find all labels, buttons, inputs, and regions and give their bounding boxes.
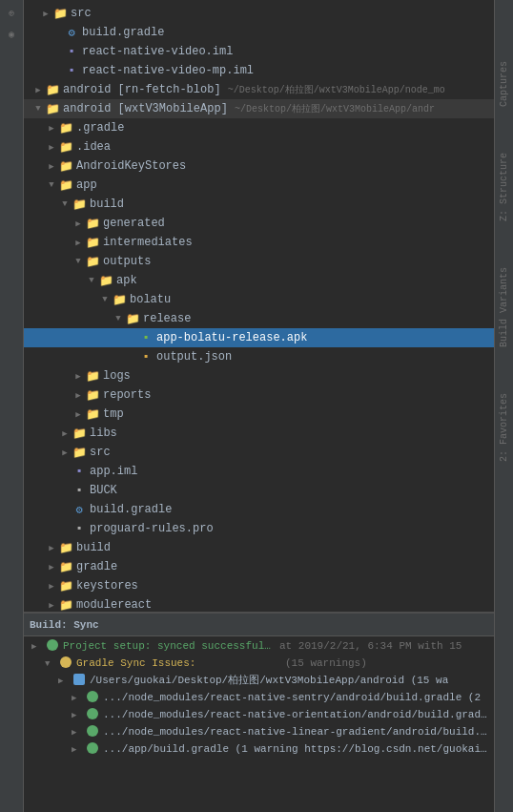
log-icon-path-3 — [85, 708, 100, 719]
log-item-path-5[interactable]: ▶ .../app/build.gradle (1 warning https:… — [28, 741, 490, 759]
log-icon-success-1 — [45, 639, 60, 651]
tree-item-generated[interactable]: ▶ 📁 generated — [24, 214, 494, 233]
folder-icon-bolatu: 📁 — [112, 292, 127, 307]
folder-icon-wxtv3: 📁 — [45, 101, 60, 116]
left-tab-2[interactable]: ◉ — [2, 25, 21, 44]
log-item-project-setup[interactable]: ▶ Project setup: synced successfully at … — [28, 638, 490, 656]
arrow-output-json — [125, 350, 138, 364]
tree-item-idea[interactable]: ▶ 📁 .idea — [24, 137, 494, 156]
tree-item-build-gradle-app[interactable]: ⚙ build.gradle — [24, 500, 494, 519]
folder-icon-reports: 📁 — [85, 387, 100, 403]
log-text-gradle-sync-count: (15 warnings) — [285, 656, 490, 671]
tree-item-src-app[interactable]: ▶ 📁 src — [24, 443, 494, 462]
left-tab-1[interactable]: ⊕ — [2, 4, 21, 23]
tree-item-proguard[interactable]: ▪ proguard-rules.pro — [24, 519, 494, 538]
tree-item-app-iml[interactable]: ▪ app.iml — [24, 462, 494, 481]
tree-item-buck[interactable]: ▪ BUCK — [24, 481, 494, 500]
sidebar-label-captures[interactable]: Captures — [497, 57, 511, 111]
arrow-tmp: ▶ — [72, 407, 85, 421]
gradle-icon-app: ⚙ — [72, 502, 87, 517]
folder-icon-intermediates: 📁 — [85, 235, 100, 250]
arrow-apk-dir: ▼ — [85, 274, 98, 287]
label-android-rnfb: android [rn-fetch-blob] ~/Desktop/柏拉图/wx… — [63, 83, 445, 96]
tree-item-tmp[interactable]: ▶ 📁 tmp — [24, 405, 494, 424]
log-item-gradle-sync[interactable]: ▼ Gradle Sync Issues: (15 warnings) — [28, 656, 490, 673]
arrow-rnvmp — [51, 64, 64, 77]
arrow-app-iml — [58, 465, 72, 478]
log-item-path-3[interactable]: ▶ .../node_modules/react-native-orientat… — [28, 707, 490, 724]
log-text-path-3: .../node_modules/react-native-orientatio… — [103, 708, 490, 722]
folder-icon-idea: 📁 — [58, 139, 73, 155]
tree-item-keystores[interactable]: ▶ 📁 keystores — [24, 576, 494, 595]
tree-item-android-keystores[interactable]: ▶ 📁 AndroidKeyStores — [24, 156, 494, 176]
log-item-path-2[interactable]: ▶ .../node_modules/react-native-sentry/a… — [28, 690, 490, 707]
tree-item-dotgradle[interactable]: ▶ 📁 .gradle — [24, 118, 494, 137]
main-content: ▶ 📁 src ⚙ build.gradle ▪ react-native-vi… — [24, 0, 494, 812]
tree-item-libs[interactable]: ▶ 📁 libs — [24, 424, 494, 443]
log-item-path-4[interactable]: ▶ .../node_modules/react-native-linear-g… — [28, 724, 490, 741]
tree-item-build-gradle-root[interactable]: ⚙ build.gradle — [24, 23, 494, 42]
iml-icon-rnv: ▪ — [64, 44, 79, 59]
tree-item-intermediates[interactable]: ▶ 📁 intermediates — [24, 233, 494, 252]
folder-icon-modulereact: 📁 — [58, 597, 73, 612]
tree-item-android-rnfb[interactable]: ▶ 📁 android [rn-fetch-blob] ~/Desktop/柏拉… — [24, 80, 494, 99]
tree-item-modulereact[interactable]: ▶ 📁 modulereact — [24, 595, 494, 612]
tree-item-src[interactable]: ▶ 📁 src — [24, 4, 494, 23]
label-bolatu: bolatu — [130, 293, 171, 306]
label-apk-dir: apk — [116, 274, 137, 287]
tree-item-apk-dir[interactable]: ▼ 📁 apk — [24, 271, 494, 290]
sidebar-label-build-variants[interactable]: Build Variants — [497, 263, 511, 351]
label-idea: .idea — [76, 140, 111, 154]
label-buck: BUCK — [90, 484, 117, 497]
arrow-release: ▼ — [112, 312, 125, 325]
arrow-build-app: ▼ — [58, 198, 72, 211]
tree-item-output-json[interactable]: ▪ output.json — [24, 347, 494, 366]
arrow-wxtv3: ▼ — [31, 102, 45, 115]
sidebar-label-structure[interactable]: Z: Structure — [497, 149, 511, 225]
folder-icon-rnfb: 📁 — [45, 82, 60, 97]
log-text-path-2: .../node_modules/react-native-sentry/and… — [103, 691, 490, 705]
build-sync-label: Build: Sync — [30, 619, 99, 631]
arrow-src-app: ▶ — [58, 446, 72, 459]
label-output-json: output.json — [156, 350, 232, 364]
arrow-rnfb: ▶ — [31, 83, 45, 96]
label-apk-file: app-bolatu-release.apk — [156, 331, 307, 344]
tree-item-reports[interactable]: ▶ 📁 reports — [24, 385, 494, 405]
arrow-logs: ▶ — [72, 369, 85, 383]
log-icon-path-2 — [85, 691, 100, 702]
arrow-src: ▶ — [39, 7, 52, 20]
tree-item-logs[interactable]: ▶ 📁 logs — [24, 366, 494, 385]
folder-icon-tmp: 📁 — [85, 406, 100, 422]
tree-item-release[interactable]: ▼ 📁 release — [24, 309, 494, 328]
json-icon: ▪ — [138, 349, 154, 364]
log-item-path-1[interactable]: ▶ /Users/guokai/Desktop/柏拉图/wxtV3MobileA… — [28, 673, 490, 690]
tree-item-android-wxtv3[interactable]: ▼ 📁 android [wxtV3MobileApp] ~/Desktop/柏… — [24, 99, 494, 118]
folder-icon-build-top: 📁 — [58, 540, 73, 555]
folder-icon-build-app: 📁 — [72, 197, 87, 212]
label-app-iml: app.iml — [90, 465, 137, 478]
tree-item-apk-file[interactable]: ▪ app-bolatu-release.apk — [24, 328, 494, 347]
sidebar-label-favorites[interactable]: 2: Favorites — [497, 389, 511, 466]
tree-item-bolatu[interactable]: ▼ 📁 bolatu — [24, 290, 494, 309]
tree-item-rnv-iml[interactable]: ▪ react-native-video.iml — [24, 42, 494, 61]
arrow-buck — [58, 484, 72, 497]
label-build-gradle-app: build.gradle — [90, 503, 172, 516]
log-icon-path-1 — [72, 674, 87, 685]
tree-item-outputs[interactable]: ▼ 📁 outputs — [24, 252, 494, 271]
log-text-path-1: /Users/guokai/Desktop/柏拉图/wxtV3MobileApp… — [90, 674, 490, 688]
left-sidebar: ⊕ ◉ — [0, 0, 24, 812]
log-icon-path-4 — [85, 725, 100, 737]
tree-item-build-app[interactable]: ▼ 📁 build — [24, 195, 494, 214]
folder-icon-generated: 📁 — [85, 216, 100, 231]
tree-item-rnvmp-iml[interactable]: ▪ react-native-video-mp.iml — [24, 61, 494, 80]
tree-item-gradle[interactable]: ▶ 📁 gradle — [24, 557, 494, 576]
folder-icon-dotgradle: 📁 — [58, 120, 73, 135]
label-android-keystores: AndroidKeyStores — [76, 159, 186, 173]
label-libs: libs — [90, 427, 117, 440]
tree-item-build-top[interactable]: ▶ 📁 build — [24, 538, 494, 557]
label-logs: logs — [103, 369, 131, 383]
label-tmp: tmp — [103, 407, 124, 421]
arrow-proguard — [58, 522, 72, 535]
file-icon-buck: ▪ — [72, 483, 87, 498]
tree-item-app[interactable]: ▼ 📁 app — [24, 176, 494, 195]
